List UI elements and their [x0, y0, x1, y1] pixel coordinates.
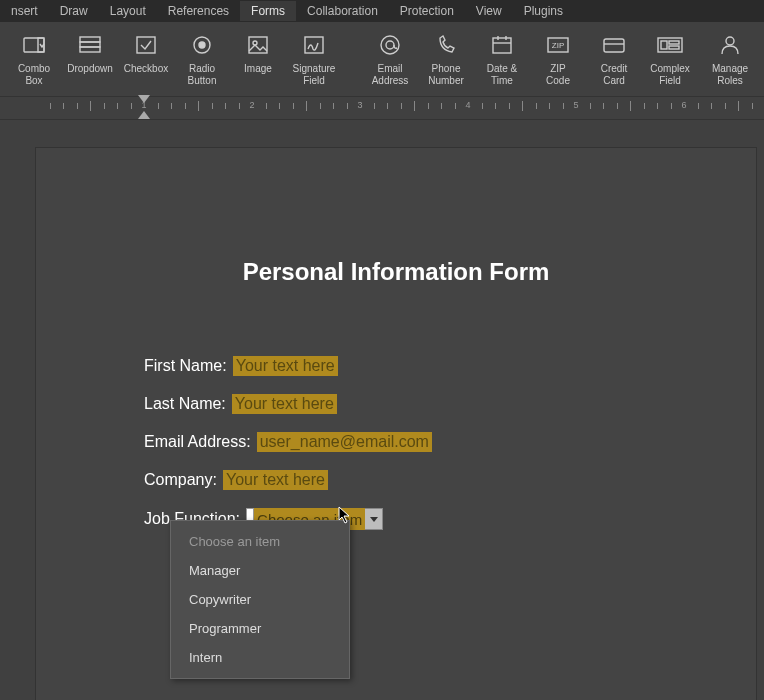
menu-plugins[interactable]: Plugins [513, 1, 574, 21]
svg-rect-24 [669, 46, 679, 49]
menu-collaboration[interactable]: Collaboration [296, 1, 389, 21]
ruler-tick-label: 6 [681, 100, 686, 110]
tool-label: ComboBox [18, 63, 50, 87]
tool-phone-number[interactable]: PhoneNumber [418, 27, 474, 93]
field-company: Company: Your text here [144, 470, 648, 490]
svg-rect-22 [661, 41, 667, 49]
calendar-icon [490, 31, 514, 59]
tool-dropdown[interactable]: Dropdown [62, 27, 118, 93]
svg-rect-8 [249, 37, 267, 53]
phone-icon [434, 31, 458, 59]
menu-references[interactable]: References [157, 1, 240, 21]
complex-field-icon [656, 31, 684, 59]
tool-label: Dropdown [67, 63, 113, 75]
checkbox-icon [134, 31, 158, 59]
indent-marker-bottom[interactable] [138, 111, 150, 119]
tool-zip-code[interactable]: ZIP ZIPCode [530, 27, 586, 93]
tool-checkbox[interactable]: Checkbox [118, 27, 174, 93]
manage-roles-icon [718, 31, 742, 59]
tool-credit-card[interactable]: CreditCard [586, 27, 642, 93]
ruler-tick-label: 2 [249, 100, 254, 110]
tool-label: SignatureField [293, 63, 336, 87]
svg-rect-19 [604, 39, 624, 52]
svg-point-7 [199, 42, 205, 48]
forms-ribbon: ComboBox Dropdown Checkbox RadioButton I… [0, 22, 764, 96]
tool-manage-roles[interactable]: ManageRoles [702, 27, 758, 93]
dropdown-option-programmer[interactable]: Programmer [171, 614, 349, 643]
image-icon [246, 31, 270, 59]
svg-rect-3 [80, 42, 100, 47]
tool-combo-box[interactable]: ComboBox [6, 27, 62, 93]
tool-email-address[interactable]: EmailAddress [362, 27, 418, 93]
dropdown-icon [78, 31, 102, 59]
svg-rect-23 [669, 41, 679, 44]
menu-forms[interactable]: Forms [240, 1, 296, 21]
tool-label: ComplexField [650, 63, 689, 87]
svg-point-25 [726, 37, 734, 45]
tool-label: Image [244, 63, 272, 75]
tool-label: Checkbox [124, 63, 168, 75]
menu-insert[interactable]: nsert [0, 1, 49, 21]
menubar: nsert Draw Layout References Forms Colla… [0, 0, 764, 22]
first-name-input-placeholder[interactable]: Your text here [233, 356, 338, 376]
radio-button-icon [190, 31, 214, 59]
email-input-placeholder[interactable]: user_name@email.com [257, 432, 432, 452]
document-canvas: Personal Information Form First Name: Yo… [0, 120, 764, 700]
chevron-down-icon [370, 517, 378, 522]
field-first-name: First Name: Your text here [144, 356, 648, 376]
first-name-label: First Name: [144, 357, 227, 375]
company-input-placeholder[interactable]: Your text here [223, 470, 328, 490]
svg-rect-2 [80, 37, 100, 42]
field-last-name: Last Name: Your text here [144, 394, 648, 414]
tool-label: EmailAddress [372, 63, 409, 87]
email-label: Email Address: [144, 433, 251, 451]
page-title: Personal Information Form [144, 258, 648, 286]
ruler-tick-label: 1 [141, 100, 146, 110]
svg-point-11 [381, 36, 399, 54]
ruler-tick-label: 3 [357, 100, 362, 110]
menu-protection[interactable]: Protection [389, 1, 465, 21]
tool-label: ZIPCode [546, 63, 570, 87]
field-email: Email Address: user_name@email.com [144, 432, 648, 452]
credit-card-icon [601, 31, 627, 59]
signature-icon [302, 31, 326, 59]
menu-layout[interactable]: Layout [99, 1, 157, 21]
combobox-dropdown-button[interactable] [365, 508, 383, 530]
ruler-tick-label: 5 [573, 100, 578, 110]
tool-label: Date &Time [487, 63, 518, 87]
ruler-tick-label: 4 [465, 100, 470, 110]
tool-label: CreditCard [601, 63, 628, 87]
tool-label: PhoneNumber [428, 63, 464, 87]
tool-date-time[interactable]: Date &Time [474, 27, 530, 93]
dropdown-option-manager[interactable]: Manager [171, 556, 349, 585]
tool-label: RadioButton [188, 63, 217, 87]
company-label: Company: [144, 471, 217, 489]
svg-text:ZIP: ZIP [552, 41, 564, 50]
tool-signature-field[interactable]: SignatureField [286, 27, 342, 93]
svg-rect-5 [137, 37, 155, 53]
zip-icon: ZIP [545, 31, 571, 59]
combo-box-icon [22, 31, 46, 59]
tool-radio-button[interactable]: RadioButton [174, 27, 230, 93]
menu-draw[interactable]: Draw [49, 1, 99, 21]
last-name-input-placeholder[interactable]: Your text here [232, 394, 337, 414]
last-name-label: Last Name: [144, 395, 226, 413]
horizontal-ruler[interactable]: 123456 [0, 96, 764, 120]
job-function-dropdown[interactable]: Choose an item Manager Copywriter Progra… [170, 520, 350, 679]
document-page[interactable]: Personal Information Form First Name: Yo… [36, 148, 756, 700]
svg-rect-13 [493, 38, 511, 53]
dropdown-option-placeholder[interactable]: Choose an item [171, 527, 349, 556]
tool-image[interactable]: Image [230, 27, 286, 93]
dropdown-option-intern[interactable]: Intern [171, 643, 349, 672]
svg-rect-4 [80, 47, 100, 52]
tool-label: ManageRoles [712, 63, 748, 87]
menu-view[interactable]: View [465, 1, 513, 21]
dropdown-option-copywriter[interactable]: Copywriter [171, 585, 349, 614]
svg-point-12 [386, 41, 394, 49]
tool-complex-field[interactable]: ComplexField [642, 27, 698, 93]
email-icon [377, 31, 403, 59]
